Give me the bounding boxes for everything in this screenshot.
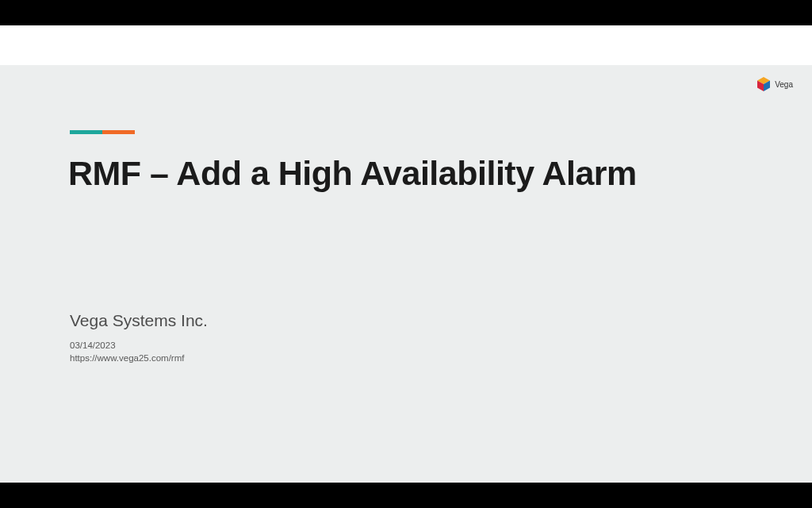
slide-url: https://www.vega25.com/rmf [70,352,184,365]
accent-teal [70,130,102,134]
slide-meta: 03/14/2023 https://www.vega25.com/rmf [70,340,184,364]
brand-logo: Vega [756,76,793,92]
company-name: Vega Systems Inc. [70,311,208,330]
slide-date: 03/14/2023 [70,340,184,352]
accent-bar [70,130,135,134]
letterbox-top [0,0,812,25]
top-white-strip [0,25,812,65]
slide-page: Vega RMF – Add a High Availability Alarm… [0,25,812,483]
brand-name: Vega [775,80,793,89]
slide-body: Vega RMF – Add a High Availability Alarm… [0,65,812,483]
accent-orange [102,130,135,134]
cube-icon [756,76,772,92]
slide-title: RMF – Add a High Availability Alarm [68,154,637,193]
letterbox-bottom [0,483,812,508]
